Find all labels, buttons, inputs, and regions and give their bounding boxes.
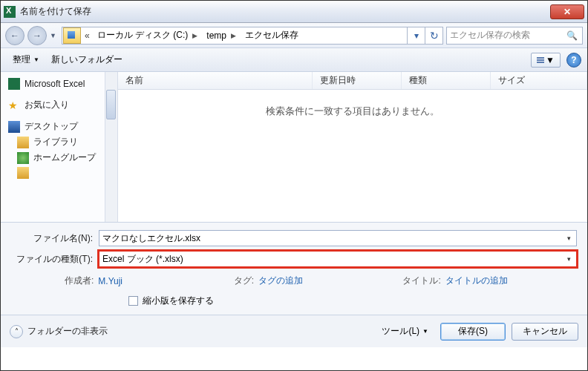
column-label: 種類 — [409, 74, 427, 87]
sidebar-item-homegroup[interactable]: ホームグループ — [5, 150, 113, 165]
bottom-panel: ファイル名(N): マクロなしエクセル.xlsx ▾ ファイルの種類(T): E… — [1, 222, 587, 315]
chevron-down-icon: ▼ — [33, 56, 39, 63]
sidebar-item-excel[interactable]: Microsoft Excel — [5, 76, 113, 91]
breadcrumb-item-current[interactable]: エクセル保存 — [241, 27, 303, 44]
filename-value: マクロなしエクセル.xlsx — [102, 232, 200, 245]
file-list-area: 名前 更新日時 種類 サイズ 検索条件に一致する項目はありません。 — [118, 72, 587, 222]
organize-button[interactable]: 整理▼ — [7, 51, 45, 68]
sidebar-item-user[interactable] — [5, 165, 113, 180]
scrollbar-thumb[interactable] — [106, 90, 116, 119]
new-folder-button[interactable]: 新しいフォルダー — [45, 51, 128, 68]
nav-history-dropdown[interactable]: ▼ — [50, 32, 59, 39]
list-view-icon — [537, 56, 544, 64]
toolbar: 整理▼ 新しいフォルダー ▼ ? — [1, 48, 587, 72]
sidebar-label: ホームグループ — [33, 151, 96, 164]
hide-folders-button[interactable]: ˄ フォルダーの非表示 — [10, 325, 108, 338]
chevron-down-icon: ▼ — [422, 328, 428, 335]
column-header-type[interactable]: 種類 — [402, 72, 491, 89]
empty-list-message: 検索条件に一致する項目はありません。 — [118, 90, 587, 222]
sidebar-item-desktop[interactable]: デスクトップ — [5, 119, 113, 134]
meta-tags[interactable]: タグ: タグの追加 — [234, 275, 403, 287]
new-folder-label: 新しいフォルダー — [51, 53, 122, 66]
chevron-right-icon[interactable]: ▶ — [231, 32, 236, 39]
sidebar-label: Microsoft Excel — [24, 79, 85, 89]
filetype-value: Excel ブック (*.xlsx) — [102, 253, 183, 266]
column-label: 更新日時 — [320, 74, 356, 87]
nav-row: ← → ▼ « ローカル ディスク (C:)▶ temp▶ エクセル保存 ▾ ↻… — [1, 23, 587, 48]
breadcrumb-item-temp[interactable]: temp▶ — [202, 27, 241, 44]
breadcrumb-label: ローカル ディスク (C:) — [97, 29, 189, 42]
sidebar-label: お気に入り — [24, 99, 69, 111]
search-input[interactable]: エクセル保存の検索 🔍 — [446, 27, 583, 45]
filetype-label: ファイルの種類(T): — [11, 253, 99, 266]
close-button[interactable]: ✕ — [550, 4, 584, 19]
body-area: Microsoft Excel ★お気に入り デスクトップ ライブラリ ホームグ… — [1, 72, 587, 222]
drive-icon — [63, 27, 81, 44]
excel-icon — [8, 78, 20, 90]
save-label: 保存(S) — [458, 325, 488, 338]
checkbox-label: 縮小版を保存する — [143, 295, 214, 306]
column-header-name[interactable]: 名前 — [118, 72, 313, 89]
sidebar-scrollbar[interactable] — [105, 72, 117, 222]
meta-label: タイトル: — [402, 275, 440, 287]
hide-folders-label: フォルダーの非表示 — [27, 325, 108, 338]
sidebar: Microsoft Excel ★お気に入り デスクトップ ライブラリ ホームグ… — [1, 72, 118, 222]
column-label: サイズ — [498, 74, 525, 87]
filetype-select[interactable]: Excel ブック (*.xlsx) ▾ — [99, 251, 577, 267]
meta-label: 作成者: — [65, 275, 94, 287]
column-header-date[interactable]: 更新日時 — [313, 72, 402, 89]
search-icon: 🔍 — [566, 30, 578, 41]
save-thumbnail-checkbox[interactable]: 縮小版を保存する — [128, 295, 214, 306]
breadcrumb-label: temp — [206, 30, 226, 41]
excel-app-icon — [4, 6, 16, 18]
view-options-button[interactable]: ▼ — [531, 53, 561, 68]
libraries-icon — [17, 137, 29, 148]
chevron-up-icon: ˄ — [10, 325, 23, 338]
column-label: 名前 — [125, 74, 143, 87]
column-header-size[interactable]: サイズ — [491, 72, 587, 89]
breadcrumb-dropdown[interactable]: ▾ — [407, 27, 425, 45]
checkbox-icon — [128, 296, 138, 306]
cancel-button[interactable]: キャンセル — [512, 323, 578, 341]
filename-input[interactable]: マクロなしエクセル.xlsx ▾ — [99, 230, 577, 246]
sidebar-item-favorites[interactable]: ★お気に入り — [5, 97, 113, 113]
forward-button[interactable]: → — [27, 26, 47, 45]
save-button[interactable]: 保存(S) — [440, 323, 506, 341]
help-button[interactable]: ? — [566, 53, 581, 68]
breadcrumb-prefix: « — [82, 30, 93, 41]
chevron-down-icon[interactable]: ▾ — [563, 253, 575, 265]
meta-author[interactable]: 作成者: M.Yuji — [65, 275, 234, 287]
chevron-right-icon[interactable]: ▶ — [192, 32, 197, 39]
tools-label: ツール(L) — [382, 325, 419, 338]
footer: ˄ フォルダーの非表示 ツール(L) ▼ 保存(S) キャンセル — [1, 315, 587, 347]
filename-label: ファイル名(N): — [11, 232, 99, 245]
meta-label: タグ: — [234, 275, 254, 287]
chevron-down-icon: ▼ — [546, 55, 555, 65]
titlebar: 名前を付けて保存 ✕ — [1, 1, 587, 23]
meta-value: タイトルの追加 — [445, 275, 508, 287]
search-placeholder: エクセル保存の検索 — [450, 29, 530, 42]
back-button[interactable]: ← — [5, 26, 24, 45]
window-title: 名前を付けて保存 — [20, 5, 550, 18]
star-icon: ★ — [8, 99, 20, 111]
refresh-button[interactable]: ↻ — [425, 27, 442, 45]
meta-value: タグの追加 — [258, 275, 303, 287]
breadcrumb-label: エクセル保存 — [245, 29, 298, 42]
column-headers: 名前 更新日時 種類 サイズ — [118, 72, 587, 90]
sidebar-item-libraries[interactable]: ライブラリ — [5, 134, 113, 150]
desktop-icon — [8, 121, 20, 133]
sidebar-label: デスクトップ — [24, 120, 78, 133]
organize-label: 整理 — [13, 53, 30, 66]
cancel-label: キャンセル — [523, 325, 567, 338]
sidebar-label: ライブラリ — [33, 136, 78, 148]
chevron-down-icon[interactable]: ▾ — [563, 232, 575, 244]
meta-value: M.Yuji — [98, 276, 122, 286]
homegroup-icon — [17, 152, 29, 164]
breadcrumb-item-drive[interactable]: ローカル ディスク (C:)▶ — [93, 27, 203, 44]
user-folder-icon — [17, 167, 29, 179]
breadcrumb-bar[interactable]: « ローカル ディスク (C:)▶ temp▶ エクセル保存 ▾ ↻ — [62, 27, 443, 45]
tools-button[interactable]: ツール(L) ▼ — [376, 324, 434, 339]
meta-title[interactable]: タイトル: タイトルの追加 — [402, 275, 572, 287]
